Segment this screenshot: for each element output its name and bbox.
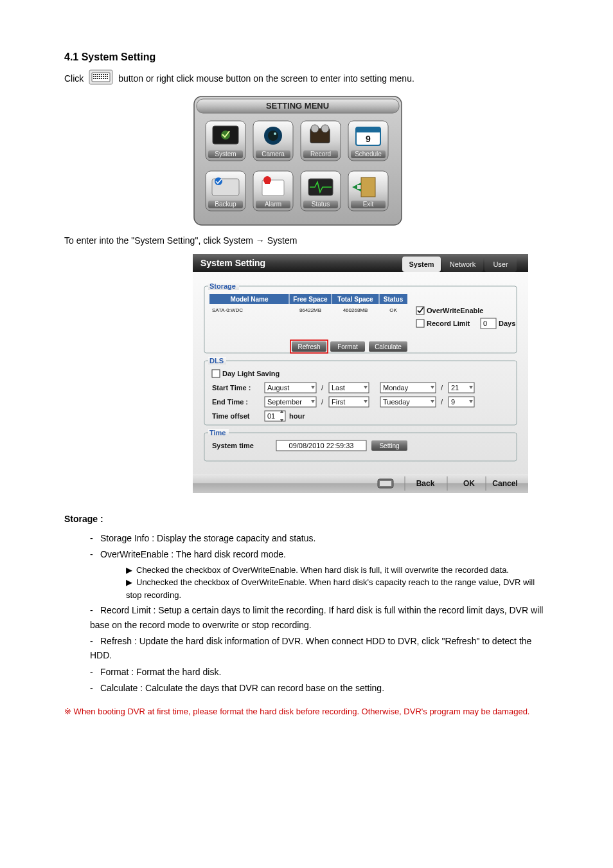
svg-text:Last: Last bbox=[332, 384, 345, 392]
svg-rect-105 bbox=[212, 370, 220, 377]
storage-list: -Storage Info : Display the storage capa… bbox=[90, 531, 549, 696]
svg-rect-20 bbox=[97, 78, 98, 79]
system-setting-figure: System Setting System Network User Stora… bbox=[193, 254, 549, 493]
dls-offset-label: Time offset bbox=[212, 412, 250, 420]
svg-rect-25 bbox=[107, 78, 108, 79]
footer-ok: OK bbox=[463, 479, 475, 488]
svg-rect-8 bbox=[105, 74, 106, 75]
svg-text:21: 21 bbox=[451, 384, 459, 392]
svg-rect-47 bbox=[356, 127, 380, 132]
recordlimit-value: 0 bbox=[483, 320, 487, 327]
btn-time-setting: Setting bbox=[371, 440, 407, 451]
dls-end-num: 9 bbox=[449, 397, 474, 407]
dls-end-month: September bbox=[265, 397, 316, 407]
menu-btn-backup: Backup bbox=[206, 171, 245, 211]
svg-text:Tuesday: Tuesday bbox=[383, 398, 410, 406]
svg-text:9: 9 bbox=[451, 398, 455, 406]
svg-rect-13 bbox=[99, 76, 100, 77]
svg-rect-17 bbox=[107, 76, 108, 77]
svg-text:Network: Network bbox=[450, 260, 476, 268]
svg-text:Camera: Camera bbox=[262, 150, 285, 158]
dls-offset-spinner: 01 bbox=[265, 410, 285, 422]
dls-offset-unit: hour bbox=[289, 412, 305, 420]
svg-rect-14 bbox=[101, 76, 102, 77]
svg-text:Alarm: Alarm bbox=[265, 201, 281, 208]
overwrite-label: OverWriteEnable bbox=[427, 307, 483, 314]
svg-text:Status: Status bbox=[312, 201, 330, 208]
svg-text:Setting: Setting bbox=[379, 442, 399, 449]
svg-text:Model Name: Model Name bbox=[231, 296, 269, 303]
menu-btn-alarm: Alarm bbox=[253, 171, 293, 211]
systemtime-label: System time bbox=[212, 442, 254, 449]
svg-rect-15 bbox=[103, 76, 104, 77]
svg-text:Exit: Exit bbox=[363, 201, 374, 208]
storage-title: Storage : bbox=[64, 512, 549, 526]
svg-rect-22 bbox=[101, 78, 102, 79]
svg-rect-3 bbox=[95, 74, 96, 75]
keyboard-icon bbox=[89, 69, 113, 89]
dls-end-label: End Time : bbox=[212, 398, 248, 406]
svg-rect-67 bbox=[361, 177, 375, 197]
svg-text:Record: Record bbox=[310, 150, 331, 158]
setting-menu-figure: SETTING MENU System Camera bbox=[193, 95, 549, 226]
svg-text:Calculate: Calculate bbox=[375, 343, 402, 350]
svg-text:Backup: Backup bbox=[215, 201, 236, 208]
footer-back: Back bbox=[416, 479, 435, 488]
btn-format: Format bbox=[330, 341, 365, 352]
dls-end-day: Tuesday bbox=[380, 397, 436, 407]
storage-item3: Record Limit : Setup a certain days to l… bbox=[90, 605, 543, 629]
svg-rect-9 bbox=[107, 74, 108, 75]
tab-network: Network bbox=[442, 257, 483, 272]
tab-system: System bbox=[402, 257, 441, 272]
recordlimit-unit: Days bbox=[499, 320, 515, 327]
svg-rect-10 bbox=[93, 76, 94, 77]
svg-rect-11 bbox=[95, 76, 96, 77]
svg-rect-5 bbox=[99, 74, 100, 75]
dls-start-num: 21 bbox=[449, 383, 474, 393]
svg-text:User: User bbox=[493, 260, 508, 268]
svg-rect-59 bbox=[265, 180, 270, 184]
svg-text:First: First bbox=[332, 398, 345, 406]
menu-btn-record: Record bbox=[301, 121, 341, 161]
storage-item2b: Unchecked the checkbox of OverWriteEnabl… bbox=[126, 577, 535, 600]
systemtime-value: 09/08/2010 22:59:33 bbox=[289, 442, 354, 449]
svg-rect-133 bbox=[193, 474, 528, 493]
svg-rect-21 bbox=[99, 78, 100, 79]
svg-point-41 bbox=[311, 125, 319, 132]
dls-start-label: Start Time : bbox=[212, 384, 251, 392]
svg-point-42 bbox=[321, 125, 329, 132]
svg-text:Schedule: Schedule bbox=[355, 150, 382, 158]
intro-1a: Click bbox=[64, 73, 86, 84]
svg-text:460268MB: 460268MB bbox=[343, 307, 368, 313]
storage-item2: OverWriteEnable : The hard disk record m… bbox=[100, 549, 286, 559]
svg-text:9: 9 bbox=[366, 134, 371, 144]
storage-item6: Calculate : Calculate the days that DVR … bbox=[100, 683, 384, 693]
svg-text:System: System bbox=[215, 150, 236, 158]
storage-item2a: Checked the checkbox of OverWriteEnable.… bbox=[136, 565, 509, 575]
tab-user: User bbox=[484, 257, 517, 272]
footer-cancel: Cancel bbox=[492, 479, 517, 488]
setting-menu-title: SETTING MENU bbox=[266, 101, 329, 111]
svg-text:September: September bbox=[267, 398, 302, 406]
storage-item5: Format : Format the hard disk. bbox=[100, 667, 221, 677]
intro-line-2: To enter into the "System Setting", clic… bbox=[64, 234, 549, 248]
btn-refresh: Refresh bbox=[290, 340, 328, 353]
svg-text:Format: Format bbox=[337, 343, 358, 350]
svg-rect-19 bbox=[95, 78, 96, 79]
svg-rect-18 bbox=[93, 78, 94, 79]
menu-btn-camera: Camera bbox=[253, 121, 293, 161]
svg-point-35 bbox=[268, 131, 278, 141]
storage-legend: Storage bbox=[209, 282, 236, 290]
svg-rect-4 bbox=[97, 74, 98, 75]
menu-btn-schedule: 9 Schedule bbox=[348, 121, 388, 161]
svg-text:SATA-0:WDC: SATA-0:WDC bbox=[212, 307, 243, 313]
dls-start-day: Monday bbox=[380, 383, 436, 393]
svg-rect-135 bbox=[380, 481, 391, 486]
svg-text:Total Space: Total Space bbox=[337, 296, 373, 303]
svg-rect-12 bbox=[97, 76, 98, 77]
svg-text:Status: Status bbox=[384, 296, 404, 303]
svg-text:01: 01 bbox=[267, 412, 275, 420]
time-legend: Time bbox=[209, 429, 226, 437]
intro-line-1: Click button or right click mouse button… bbox=[64, 69, 549, 89]
section-heading-system-setting: 4.1 System Setting bbox=[64, 51, 549, 63]
